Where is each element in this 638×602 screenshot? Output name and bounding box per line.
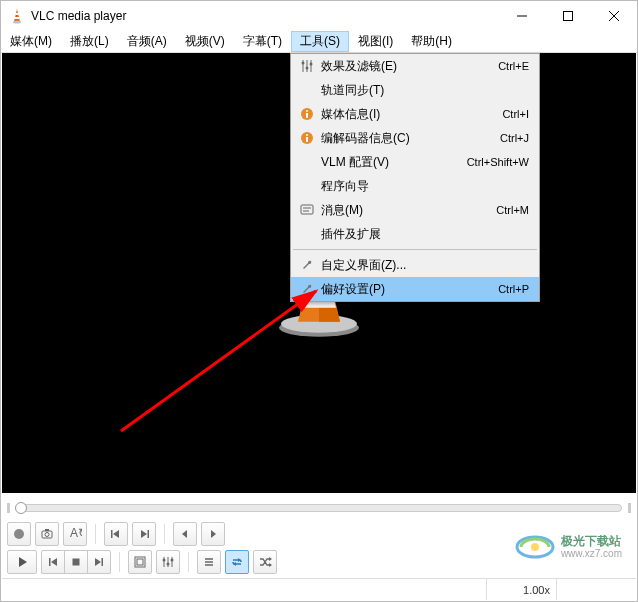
menu-item-shortcut: Ctrl+Shift+W bbox=[467, 156, 529, 168]
toolbar-separator bbox=[164, 524, 165, 544]
svg-point-18 bbox=[302, 62, 305, 65]
svg-point-31 bbox=[14, 529, 24, 539]
toolbar-separator bbox=[188, 552, 189, 572]
menu-item-shortcut: Ctrl+I bbox=[502, 108, 529, 120]
menu-media-info[interactable]: 媒体信息(I) Ctrl+I bbox=[291, 102, 539, 126]
atob-loop-button[interactable]: A↻B bbox=[63, 522, 87, 546]
toolbar-separator bbox=[95, 524, 96, 544]
svg-marker-40 bbox=[182, 530, 187, 538]
step-back-button[interactable] bbox=[173, 522, 197, 546]
svg-point-53 bbox=[163, 559, 166, 562]
menu-preferences[interactable]: 偏好设置(P) Ctrl+P bbox=[291, 277, 539, 301]
svg-rect-1 bbox=[16, 13, 19, 15]
statusbar: 1.00x bbox=[2, 578, 636, 600]
sliders-icon bbox=[297, 59, 317, 73]
menu-plugins[interactable]: 插件及扩展 bbox=[291, 222, 539, 246]
stop-button[interactable] bbox=[64, 550, 88, 574]
menu-item-label: 编解码器信息(C) bbox=[317, 130, 500, 147]
svg-rect-47 bbox=[102, 558, 104, 566]
seek-handle[interactable] bbox=[15, 502, 27, 514]
svg-marker-61 bbox=[269, 557, 272, 561]
menu-tools[interactable]: 工具(S) bbox=[291, 31, 349, 52]
frame-back-button[interactable] bbox=[104, 522, 128, 546]
menu-program-guide[interactable]: 程序向导 bbox=[291, 174, 539, 198]
info-icon bbox=[297, 131, 317, 145]
menu-effects-filters[interactable]: 效果及滤镜(E) Ctrl+E bbox=[291, 54, 539, 78]
menu-item-label: 效果及滤镜(E) bbox=[317, 58, 498, 75]
menu-item-label: 插件及扩展 bbox=[317, 226, 529, 243]
watermark-line2: www.xz7.com bbox=[561, 548, 622, 559]
svg-marker-0 bbox=[14, 9, 20, 22]
svg-point-3 bbox=[13, 21, 21, 24]
window: VLC media player 媒体(M) 播放(L) 音频(A) 视频(V)… bbox=[0, 0, 638, 602]
minimize-button[interactable] bbox=[499, 1, 545, 31]
menu-messages[interactable]: 消息(M) Ctrl+M bbox=[291, 198, 539, 222]
close-button[interactable] bbox=[591, 1, 637, 31]
menu-help[interactable]: 帮助(H) bbox=[402, 31, 461, 52]
menu-customize-interface[interactable]: 自定义界面(Z)... bbox=[291, 253, 539, 277]
menu-item-shortcut: Ctrl+E bbox=[498, 60, 529, 72]
messages-icon bbox=[297, 203, 317, 217]
menu-audio[interactable]: 音频(A) bbox=[118, 31, 176, 52]
menu-playback[interactable]: 播放(L) bbox=[61, 31, 118, 52]
menu-item-label: 自定义界面(Z)... bbox=[317, 257, 529, 274]
seek-bar[interactable] bbox=[7, 499, 631, 517]
svg-point-64 bbox=[531, 543, 539, 551]
menu-item-label: 消息(M) bbox=[317, 202, 496, 219]
menu-codec-info[interactable]: 编解码器信息(C) Ctrl+J bbox=[291, 126, 539, 150]
svg-rect-39 bbox=[148, 530, 150, 538]
menu-media[interactable]: 媒体(M) bbox=[1, 31, 61, 52]
watermark-text: 极光下载站 www.xz7.com bbox=[561, 535, 622, 559]
vlc-logo-icon bbox=[9, 8, 25, 24]
tools-dropdown: 效果及滤镜(E) Ctrl+E 轨道同步(T) 媒体信息(I) Ctrl+I 编… bbox=[290, 53, 540, 302]
menu-item-label: 媒体信息(I) bbox=[317, 106, 502, 123]
record-button[interactable] bbox=[7, 522, 31, 546]
svg-point-33 bbox=[45, 533, 49, 537]
snapshot-button[interactable] bbox=[35, 522, 59, 546]
menu-item-label: VLM 配置(V) bbox=[317, 154, 467, 171]
menu-item-shortcut: Ctrl+J bbox=[500, 132, 529, 144]
menu-item-label: 轨道同步(T) bbox=[317, 82, 529, 99]
svg-point-23 bbox=[306, 110, 308, 112]
frame-forward-button[interactable] bbox=[132, 522, 156, 546]
svg-point-26 bbox=[306, 134, 308, 136]
svg-marker-46 bbox=[95, 558, 101, 566]
svg-rect-27 bbox=[301, 205, 313, 214]
svg-marker-44 bbox=[51, 558, 57, 566]
toolbar-separator bbox=[119, 552, 120, 572]
wrench-icon bbox=[297, 258, 317, 272]
skip-group bbox=[41, 550, 111, 574]
shuffle-button[interactable] bbox=[253, 550, 277, 574]
svg-rect-34 bbox=[45, 529, 49, 531]
window-title: VLC media player bbox=[31, 9, 499, 23]
menu-subtitle[interactable]: 字幕(T) bbox=[234, 31, 291, 52]
svg-rect-25 bbox=[306, 137, 308, 142]
svg-rect-22 bbox=[306, 113, 308, 118]
svg-point-55 bbox=[171, 559, 174, 562]
svg-rect-49 bbox=[137, 559, 143, 565]
playlist-button[interactable] bbox=[197, 550, 221, 574]
fullscreen-button[interactable] bbox=[128, 550, 152, 574]
prev-button[interactable] bbox=[41, 550, 65, 574]
info-icon bbox=[297, 107, 317, 121]
menu-track-sync[interactable]: 轨道同步(T) bbox=[291, 78, 539, 102]
settings-button[interactable] bbox=[156, 550, 180, 574]
step-forward-button[interactable] bbox=[201, 522, 225, 546]
menu-video[interactable]: 视频(V) bbox=[176, 31, 234, 52]
svg-rect-2 bbox=[15, 17, 20, 19]
playback-speed[interactable]: 1.00x bbox=[486, 579, 556, 600]
next-button[interactable] bbox=[87, 550, 111, 574]
svg-marker-42 bbox=[19, 557, 27, 567]
seek-track[interactable] bbox=[16, 504, 622, 512]
menu-vlm-config[interactable]: VLM 配置(V) Ctrl+Shift+W bbox=[291, 150, 539, 174]
svg-text:A↻B: A↻B bbox=[70, 527, 82, 540]
play-button[interactable] bbox=[7, 550, 37, 574]
wrench-icon bbox=[297, 282, 317, 296]
svg-marker-38 bbox=[141, 530, 147, 538]
loop-button[interactable] bbox=[225, 550, 249, 574]
status-left bbox=[2, 579, 486, 600]
menu-view[interactable]: 视图(I) bbox=[349, 31, 402, 52]
svg-point-54 bbox=[167, 563, 170, 566]
seek-start-cap bbox=[7, 503, 10, 513]
maximize-button[interactable] bbox=[545, 1, 591, 31]
